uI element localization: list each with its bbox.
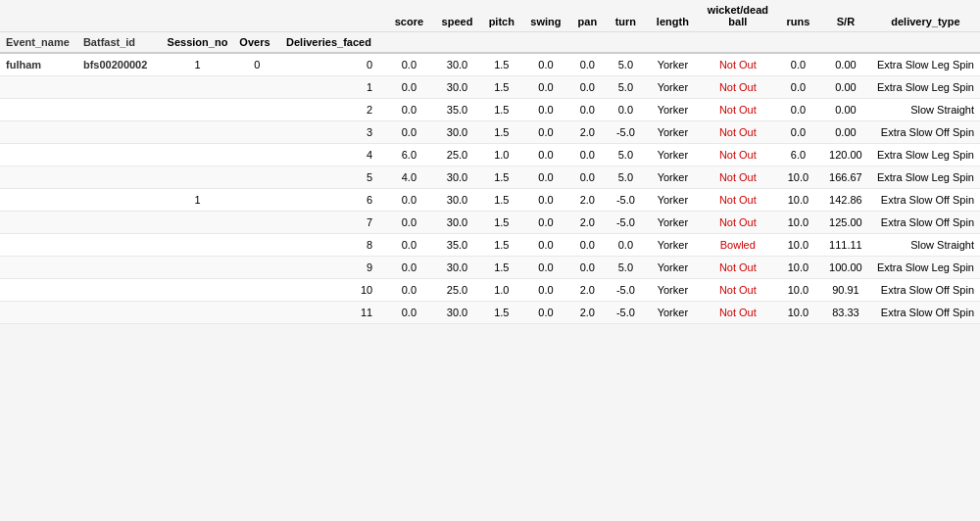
cell-event — [0, 76, 77, 99]
table-row: 1 0.0 30.0 1.5 0.0 0.0 5.0 Yorker Not Ou… — [0, 76, 980, 99]
cell-wicket: Not Out — [700, 166, 776, 189]
cell-swing: 0.0 — [522, 234, 569, 257]
col-header-runs: runs — [776, 0, 820, 32]
cell-swing: 0.0 — [522, 166, 569, 189]
cell-pan: 0.0 — [569, 257, 606, 279]
cell-batfast — [77, 189, 162, 212]
cell-runs: 10.0 — [776, 212, 820, 234]
cell-deliveries: 4 — [280, 144, 384, 166]
header-row-top: score speed pitch swing pan turn length … — [0, 0, 980, 32]
cell-pitch: 1.5 — [480, 212, 522, 234]
cell-deliveries: 9 — [280, 257, 384, 279]
cell-turn: 5.0 — [606, 166, 646, 189]
cell-length: Yorker — [646, 53, 700, 76]
table-row: 11 0.0 30.0 1.5 0.0 2.0 -5.0 Yorker Not … — [0, 302, 980, 324]
cell-session — [162, 279, 234, 302]
cell-wicket: Not Out — [700, 257, 776, 279]
cell-swing: 0.0 — [522, 279, 569, 302]
cell-delivery-type: Extra Slow Off Spin — [871, 121, 980, 144]
cell-speed: 35.0 — [434, 99, 481, 121]
cell-wicket: Not Out — [700, 76, 776, 99]
cell-delivery-type: Extra Slow Off Spin — [871, 189, 980, 212]
cell-batfast — [77, 212, 162, 234]
cell-swing: 0.0 — [522, 302, 569, 324]
cell-overs — [233, 121, 280, 144]
cell-overs — [233, 302, 280, 324]
cell-pan: 0.0 — [569, 99, 606, 121]
col-header-score: score — [384, 0, 433, 32]
cell-runs: 0.0 — [776, 53, 820, 76]
col-subheader-deliveries: Deliveries_faced — [280, 32, 384, 54]
cell-speed: 25.0 — [434, 279, 481, 302]
cell-delivery-type: Extra Slow Leg Spin — [871, 144, 980, 166]
cell-wicket: Not Out — [700, 144, 776, 166]
cell-pitch: 1.0 — [480, 144, 522, 166]
col-header-sr: S/R — [820, 0, 871, 32]
cell-speed: 25.0 — [434, 144, 481, 166]
cell-overs — [233, 279, 280, 302]
cell-session — [162, 234, 234, 257]
cell-turn: -5.0 — [606, 121, 646, 144]
cell-pan: 0.0 — [569, 234, 606, 257]
cell-runs: 0.0 — [776, 99, 820, 121]
cell-length: Yorker — [646, 212, 700, 234]
cell-runs: 10.0 — [776, 257, 820, 279]
table-row: fulham bfs00200002 1 0 0 0.0 30.0 1.5 0.… — [0, 53, 980, 76]
cell-sr: 142.86 — [820, 189, 871, 212]
cell-runs: 10.0 — [776, 279, 820, 302]
cell-deliveries: 7 — [280, 212, 384, 234]
cell-speed: 30.0 — [434, 189, 481, 212]
col-header-delivery-type: delivery_type — [871, 0, 980, 32]
cell-score: 0.0 — [384, 53, 433, 76]
table-row: 1 6 0.0 30.0 1.5 0.0 2.0 -5.0 Yorker Not… — [0, 189, 980, 212]
cell-delivery-type: Extra Slow Off Spin — [871, 212, 980, 234]
cell-batfast — [77, 257, 162, 279]
cell-turn: -5.0 — [606, 212, 646, 234]
cell-swing: 0.0 — [522, 53, 569, 76]
cell-runs: 10.0 — [776, 302, 820, 324]
cell-session — [162, 166, 234, 189]
cell-deliveries: 10 — [280, 279, 384, 302]
cell-batfast — [77, 99, 162, 121]
cell-wicket: Not Out — [700, 302, 776, 324]
cell-event — [0, 121, 77, 144]
cell-sr: 0.00 — [820, 53, 871, 76]
cell-length: Yorker — [646, 166, 700, 189]
cell-delivery-type: Extra Slow Off Spin — [871, 279, 980, 302]
cell-turn: 5.0 — [606, 144, 646, 166]
cell-pitch: 1.5 — [480, 234, 522, 257]
cell-length: Yorker — [646, 234, 700, 257]
col-header-pitch: pitch — [480, 0, 522, 32]
cell-session — [162, 121, 234, 144]
cell-pan: 0.0 — [569, 76, 606, 99]
col-header-pan: pan — [569, 0, 606, 32]
cell-overs — [233, 212, 280, 234]
cell-overs — [233, 234, 280, 257]
cell-pitch: 1.0 — [480, 279, 522, 302]
cell-pitch: 1.5 — [480, 302, 522, 324]
cell-deliveries: 3 — [280, 121, 384, 144]
cell-batfast — [77, 234, 162, 257]
cell-wicket: Not Out — [700, 189, 776, 212]
cell-wicket: Not Out — [700, 99, 776, 121]
cell-runs: 10.0 — [776, 189, 820, 212]
cell-length: Yorker — [646, 99, 700, 121]
cell-pitch: 1.5 — [480, 53, 522, 76]
cell-deliveries: 0 — [280, 53, 384, 76]
col-header-length: length — [646, 0, 700, 32]
cell-length: Yorker — [646, 144, 700, 166]
cell-score: 0.0 — [384, 279, 433, 302]
cell-overs — [233, 144, 280, 166]
cell-session — [162, 99, 234, 121]
cell-delivery-type: Extra Slow Leg Spin — [871, 257, 980, 279]
cell-delivery-type: Slow Straight — [871, 99, 980, 121]
cell-wicket: Bowled — [700, 234, 776, 257]
cell-score: 6.0 — [384, 144, 433, 166]
cell-swing: 0.0 — [522, 257, 569, 279]
cell-swing: 0.0 — [522, 144, 569, 166]
cell-turn: 0.0 — [606, 99, 646, 121]
cell-swing: 0.0 — [522, 99, 569, 121]
cell-runs: 0.0 — [776, 121, 820, 144]
cell-length: Yorker — [646, 189, 700, 212]
cell-batfast — [77, 166, 162, 189]
